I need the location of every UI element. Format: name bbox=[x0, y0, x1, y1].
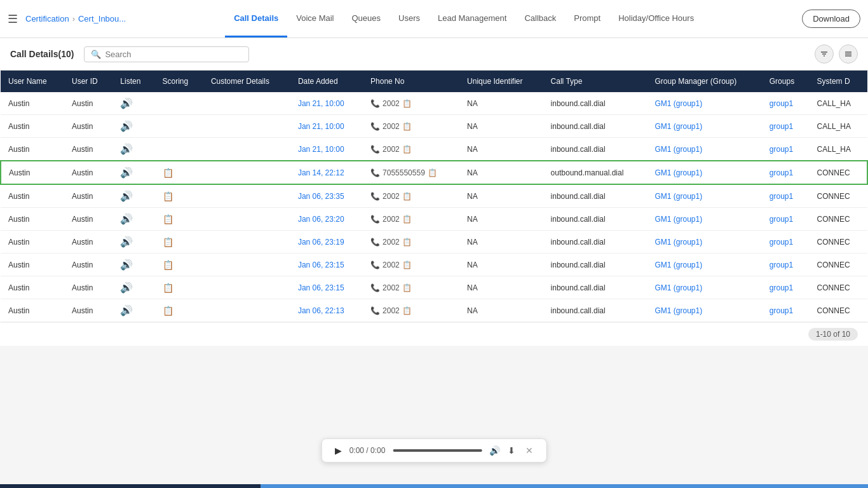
copy-icon[interactable]: 📋 bbox=[402, 306, 412, 315]
cell-scoring[interactable]: 📋 bbox=[155, 184, 203, 208]
breadcrumb-root[interactable]: Certification bbox=[25, 14, 69, 24]
cell-listen[interactable]: 🔊 bbox=[112, 138, 154, 161]
table-row[interactable]: AustinAustin🔊Jan 21, 10:00📞2002📋NAinboun… bbox=[1, 92, 867, 115]
nav-tab-users[interactable]: Users bbox=[390, 0, 429, 37]
phone-icon: 📞 bbox=[370, 306, 380, 315]
hamburger-icon[interactable]: ☰ bbox=[8, 12, 18, 26]
cell-group-manager[interactable]: GM1 (group1) bbox=[647, 208, 761, 231]
listen-icon[interactable]: 🔊 bbox=[120, 236, 133, 247]
copy-icon[interactable]: 📋 bbox=[402, 215, 412, 224]
cell-group-manager[interactable]: GM1 (group1) bbox=[647, 231, 761, 254]
copy-icon[interactable]: 📋 bbox=[428, 168, 437, 177]
cell-group-manager[interactable]: GM1 (group1) bbox=[647, 276, 761, 299]
download-button[interactable]: Download bbox=[802, 10, 860, 28]
copy-icon[interactable]: 📋 bbox=[402, 122, 412, 131]
cell-scoring[interactable] bbox=[155, 138, 203, 161]
listen-icon[interactable]: 🔊 bbox=[120, 167, 133, 178]
table-row[interactable]: AustinAustin🔊📋Jan 06, 23:15📞2002📋NAinbou… bbox=[1, 254, 867, 276]
copy-icon[interactable]: 📋 bbox=[402, 192, 412, 201]
listen-icon[interactable]: 🔊 bbox=[120, 98, 133, 109]
cell-listen[interactable]: 🔊 bbox=[112, 115, 154, 138]
cell-listen[interactable]: 🔊 bbox=[112, 208, 154, 231]
cell-user-id: Austin bbox=[64, 276, 112, 299]
copy-icon[interactable]: 📋 bbox=[402, 283, 412, 292]
cell-groups[interactable]: group1 bbox=[762, 231, 810, 254]
copy-icon[interactable]: 📋 bbox=[402, 238, 412, 247]
cell-group-manager[interactable]: GM1 (group1) bbox=[647, 92, 761, 115]
cell-listen[interactable]: 🔊 bbox=[112, 184, 154, 208]
copy-icon[interactable]: 📋 bbox=[402, 99, 412, 108]
table-row[interactable]: AustinAustin🔊Jan 21, 10:00📞2002📋NAinboun… bbox=[1, 115, 867, 138]
score-icon[interactable]: 📋 bbox=[163, 260, 173, 270]
nav-tab-call-details[interactable]: Call Details bbox=[225, 0, 287, 37]
cell-scoring[interactable] bbox=[155, 92, 203, 115]
table-row[interactable]: AustinAustin🔊📋Jan 06, 23:19📞2002📋NAinbou… bbox=[1, 231, 867, 254]
filter-icon bbox=[820, 50, 829, 58]
nav-tab-prompt[interactable]: Prompt bbox=[565, 0, 609, 37]
search-input[interactable] bbox=[105, 50, 242, 59]
cell-groups[interactable]: group1 bbox=[762, 208, 810, 231]
cell-listen[interactable]: 🔊 bbox=[112, 92, 154, 115]
cell-group-manager[interactable]: GM1 (group1) bbox=[647, 115, 761, 138]
cell-groups[interactable]: group1 bbox=[762, 92, 810, 115]
options-button[interactable] bbox=[839, 44, 858, 64]
cell-scoring[interactable] bbox=[155, 115, 203, 138]
cell-group-manager[interactable]: GM1 (group1) bbox=[647, 161, 761, 184]
table-row[interactable]: AustinAustin🔊📋Jan 06, 22:13📞2002📋NAinbou… bbox=[1, 299, 867, 322]
table-row[interactable]: AustinAustin🔊📋Jan 14, 22:12📞7055550559📋N… bbox=[1, 161, 867, 184]
listen-icon[interactable]: 🔊 bbox=[120, 214, 133, 224]
cell-groups[interactable]: group1 bbox=[762, 276, 810, 299]
cell-group-manager[interactable]: GM1 (group1) bbox=[647, 254, 761, 276]
score-icon[interactable]: 📋 bbox=[163, 306, 173, 316]
cell-listen[interactable]: 🔊 bbox=[112, 299, 154, 322]
cell-customer-details bbox=[203, 138, 290, 161]
score-icon[interactable]: 📋 bbox=[163, 237, 173, 247]
cell-group-manager[interactable]: GM1 (group1) bbox=[647, 184, 761, 208]
cell-groups[interactable]: group1 bbox=[762, 115, 810, 138]
listen-icon[interactable]: 🔊 bbox=[120, 144, 133, 154]
cell-customer-details bbox=[203, 299, 290, 322]
table-row[interactable]: AustinAustin🔊📋Jan 06, 23:20📞2002📋NAinbou… bbox=[1, 208, 867, 231]
cell-listen[interactable]: 🔊 bbox=[112, 231, 154, 254]
nav-tab-callback[interactable]: Callback bbox=[515, 0, 565, 37]
listen-icon[interactable]: 🔊 bbox=[120, 282, 133, 293]
listen-icon[interactable]: 🔊 bbox=[120, 191, 133, 201]
table-row[interactable]: AustinAustin🔊📋Jan 06, 23:35📞2002📋NAinbou… bbox=[1, 184, 867, 208]
score-icon[interactable]: 📋 bbox=[163, 191, 173, 201]
cell-scoring[interactable]: 📋 bbox=[155, 208, 203, 231]
table-row[interactable]: AustinAustin🔊Jan 21, 10:00📞2002📋NAinboun… bbox=[1, 138, 867, 161]
cell-scoring[interactable]: 📋 bbox=[155, 299, 203, 322]
breadcrumb-current[interactable]: Cert_Inbou... bbox=[78, 14, 126, 24]
cell-groups[interactable]: group1 bbox=[762, 254, 810, 276]
cell-listen[interactable]: 🔊 bbox=[112, 161, 154, 184]
nav-tab-queues[interactable]: Queues bbox=[342, 0, 390, 37]
nav-tab-holiday-office-hours[interactable]: Holiday/Office Hours bbox=[609, 0, 703, 37]
cell-scoring[interactable]: 📋 bbox=[155, 161, 203, 184]
phone-icon: 📞 bbox=[370, 145, 380, 154]
listen-icon[interactable]: 🔊 bbox=[120, 121, 133, 132]
nav-tab-lead-management[interactable]: Lead Management bbox=[429, 0, 515, 37]
cell-user-id: Austin bbox=[64, 208, 112, 231]
listen-icon[interactable]: 🔊 bbox=[120, 305, 133, 316]
cell-scoring[interactable]: 📋 bbox=[155, 276, 203, 299]
score-icon[interactable]: 📋 bbox=[163, 168, 173, 178]
score-icon[interactable]: 📋 bbox=[163, 283, 173, 293]
cell-scoring[interactable]: 📋 bbox=[155, 231, 203, 254]
cell-group-manager[interactable]: GM1 (group1) bbox=[647, 138, 761, 161]
cell-groups[interactable]: group1 bbox=[762, 299, 810, 322]
score-icon[interactable]: 📋 bbox=[163, 214, 173, 224]
copy-icon[interactable]: 📋 bbox=[402, 145, 412, 154]
cell-groups[interactable]: group1 bbox=[762, 184, 810, 208]
table-row[interactable]: AustinAustin🔊📋Jan 06, 23:15📞2002📋NAinbou… bbox=[1, 276, 867, 299]
cell-groups[interactable]: group1 bbox=[762, 138, 810, 161]
listen-icon[interactable]: 🔊 bbox=[120, 259, 133, 270]
cell-listen[interactable]: 🔊 bbox=[112, 254, 154, 276]
table-body: AustinAustin🔊Jan 21, 10:00📞2002📋NAinboun… bbox=[1, 92, 867, 322]
nav-tab-voice-mail[interactable]: Voice Mail bbox=[287, 0, 342, 37]
cell-group-manager[interactable]: GM1 (group1) bbox=[647, 299, 761, 322]
cell-groups[interactable]: group1 bbox=[762, 161, 810, 184]
cell-listen[interactable]: 🔊 bbox=[112, 276, 154, 299]
cell-scoring[interactable]: 📋 bbox=[155, 254, 203, 276]
copy-icon[interactable]: 📋 bbox=[402, 261, 412, 269]
filter-button[interactable] bbox=[815, 44, 834, 64]
